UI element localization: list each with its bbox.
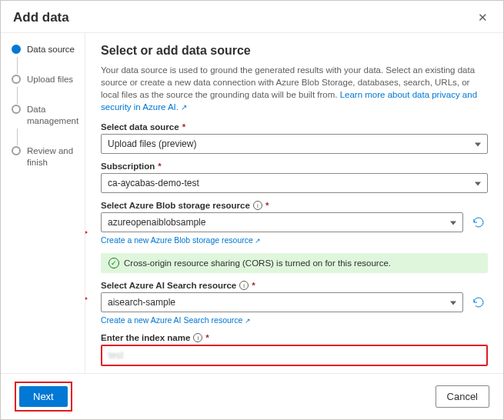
field-label: Enter the index name i *	[101, 333, 488, 342]
success-icon: ✓	[108, 258, 119, 268]
dialog-footer: Next Cancel	[1, 373, 503, 419]
next-button-highlight: Next	[15, 382, 72, 412]
select-value: aisearch-sample	[108, 297, 175, 308]
dialog-header: Add data ✕	[1, 1, 503, 32]
label-text: Subscription	[101, 162, 155, 171]
ai-search-select[interactable]: aisearch-sample	[101, 292, 463, 312]
input-value: test	[108, 350, 123, 361]
step-label: Data management	[27, 104, 78, 127]
field-label: Select Azure AI Search resource i *	[101, 281, 488, 290]
info-icon[interactable]: i	[193, 333, 202, 342]
step-connector	[17, 128, 18, 145]
field-data-source: Select data source * Upload files (previ…	[101, 122, 488, 154]
required-indicator: *	[205, 333, 209, 342]
label-text: Select data source	[101, 122, 179, 132]
field-label: Select data source *	[101, 122, 488, 132]
refresh-button[interactable]	[469, 213, 488, 232]
step-upload-files[interactable]: Upload files	[12, 74, 77, 85]
required-indicator: *	[265, 201, 269, 210]
subscription-select[interactable]: ca-aycabas-demo-test	[101, 173, 488, 193]
required-indicator: *	[158, 162, 161, 171]
field-label: Subscription *	[101, 162, 488, 171]
step-data-management[interactable]: Data management	[12, 104, 77, 127]
select-value: azureopenaiblobsample	[108, 217, 205, 228]
required-indicator: *	[182, 122, 185, 132]
info-icon[interactable]: i	[253, 201, 262, 210]
main-panel: 8 9 Select or add data source Your data …	[85, 33, 503, 373]
cancel-button[interactable]: Cancel	[436, 385, 489, 408]
arrow-icon	[85, 298, 87, 299]
section-description: Your data source is used to ground the g…	[101, 64, 488, 113]
step-indicator-icon	[12, 75, 21, 84]
field-blob-storage: Select Azure Blob storage resource i * a…	[101, 201, 488, 245]
label-text: Select Azure AI Search resource	[101, 281, 236, 290]
cors-status-banner: ✓ Cross-origin resource sharing (CORS) i…	[101, 253, 488, 273]
refresh-icon	[472, 216, 485, 228]
add-data-dialog: Add data ✕ Data source Upload files Data…	[0, 0, 504, 420]
create-blob-link[interactable]: Create a new Azure Blob storage resource	[101, 235, 261, 245]
step-review-finish[interactable]: Review and finish	[12, 145, 77, 168]
step-indicator-icon	[12, 45, 21, 54]
dialog-body: Data source Upload files Data management…	[1, 32, 503, 373]
step-label: Review and finish	[27, 145, 77, 168]
select-value: Upload files (preview)	[108, 138, 196, 149]
select-row: aisearch-sample	[101, 292, 488, 312]
step-connector	[17, 57, 18, 74]
required-indicator: *	[252, 281, 255, 290]
create-search-link[interactable]: Create a new Azure AI Search resource	[101, 315, 251, 325]
close-button[interactable]: ✕	[475, 8, 491, 26]
step-indicator-icon	[12, 105, 21, 114]
field-ai-search: Select Azure AI Search resource i * aise…	[101, 281, 488, 325]
step-label: Data source	[27, 44, 75, 55]
arrow-icon	[85, 232, 87, 233]
blob-storage-select[interactable]: azureopenaiblobsample	[101, 212, 463, 232]
step-connector	[17, 87, 18, 104]
index-name-input[interactable]: test	[101, 345, 488, 366]
close-icon: ✕	[478, 11, 488, 24]
field-label: Select Azure Blob storage resource i *	[101, 201, 488, 210]
label-text: Select Azure Blob storage resource	[101, 201, 250, 210]
field-subscription: Subscription * ca-aycabas-demo-test	[101, 162, 488, 193]
field-index-name: Enter the index name i * test	[101, 333, 488, 366]
info-icon[interactable]: i	[239, 281, 249, 290]
annotation-callout-8: 8	[85, 224, 87, 241]
select-value: ca-aycabas-demo-test	[108, 178, 199, 188]
section-heading: Select or add data source	[101, 44, 488, 58]
wizard-steps-sidebar: Data source Upload files Data management…	[1, 33, 85, 373]
refresh-button[interactable]	[469, 293, 488, 312]
select-row: azureopenaiblobsample	[101, 212, 488, 232]
dialog-title: Add data	[13, 10, 69, 25]
next-button[interactable]: Next	[19, 386, 68, 407]
step-data-source[interactable]: Data source	[12, 44, 77, 55]
data-source-select[interactable]: Upload files (preview)	[101, 134, 488, 154]
annotation-callout-9: 9	[85, 290, 87, 307]
step-label: Upload files	[27, 74, 73, 85]
cors-message: Cross-origin resource sharing (CORS) is …	[124, 258, 391, 268]
step-indicator-icon	[12, 146, 21, 155]
label-text: Enter the index name	[101, 333, 190, 342]
refresh-icon	[472, 296, 485, 308]
